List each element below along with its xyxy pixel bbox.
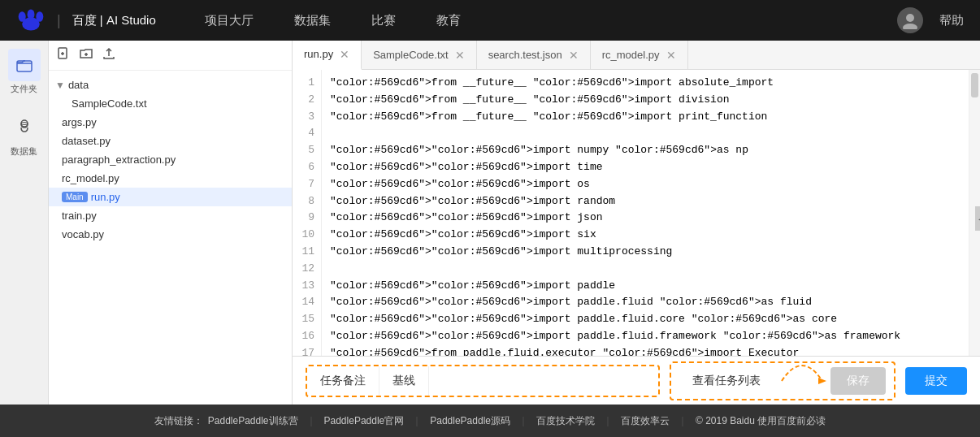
footer-link-baiduacademy[interactable]: 百度技术学院	[536, 414, 595, 428]
nav-logo: | 百度 | AI Studio	[16, 9, 156, 32]
nav-item-datasets[interactable]: 数据集	[294, 13, 331, 28]
file-paragraph-name: paragraph_extraction.py	[62, 154, 176, 166]
file-panel-toolbar	[49, 41, 292, 71]
svg-point-8	[21, 123, 28, 125]
editor-area: run.py ✕ SampleCode.txt ✕ search.test.js…	[293, 41, 980, 405]
tab-searchtestjson-close[interactable]: ✕	[569, 50, 579, 61]
tab-rcmodel[interactable]: rc_model.py ✕	[591, 41, 688, 70]
footer-copyright: © 2019 Baidu 使用百度前必读	[696, 414, 826, 428]
nav-help[interactable]: 帮助	[939, 13, 964, 28]
footer-link-paddleofficial[interactable]: PaddlePaddle官网	[324, 414, 405, 428]
nav-item-projects[interactable]: 项目大厅	[205, 13, 254, 28]
footer-link-baiducloud[interactable]: 百度效率云	[621, 414, 670, 428]
folder-data-name: data	[68, 79, 89, 91]
code-content[interactable]: "color:#569cd6">from __future__ "color:#…	[322, 70, 969, 356]
tab-runpy-label: run.py	[304, 48, 333, 60]
chevron-down-icon: ▼	[55, 80, 65, 91]
tabs-bar: run.py ✕ SampleCode.txt ✕ search.test.js…	[293, 41, 980, 70]
tab-rcmodel-close[interactable]: ✕	[666, 50, 676, 61]
footer: 友情链接： PaddlePaddle训练营 ｜ PaddlePaddle官网 ｜…	[0, 405, 980, 437]
tab-runpy[interactable]: run.py ✕	[293, 41, 362, 70]
nav-logo-text: 百度 | AI Studio	[72, 13, 156, 28]
line-numbers: 123456789101112131415161718192021222324	[293, 70, 322, 356]
svg-marker-14	[818, 378, 826, 384]
file-samplecode[interactable]: SampleCode.txt	[49, 94, 292, 113]
folder-data[interactable]: ▼ data	[49, 76, 292, 94]
nav-divider: |	[57, 12, 61, 29]
tab-samplecode-label: SampleCode.txt	[373, 49, 449, 61]
file-tree: ▼ data SampleCode.txt args.py dataset.py…	[49, 71, 292, 405]
svg-point-3	[22, 17, 40, 30]
file-argspy-name: args.py	[62, 116, 97, 128]
file-trainpy[interactable]: train.py	[49, 206, 292, 225]
datasets-icon[interactable]	[8, 111, 41, 144]
file-panel: ▼ data SampleCode.txt args.py dataset.py…	[49, 41, 293, 405]
code-editor[interactable]: 123456789101112131415161718192021222324 …	[293, 70, 980, 356]
sidebar-item-files[interactable]: 文件夹	[8, 49, 41, 95]
upload-icon[interactable]	[102, 47, 115, 63]
annotation-arrow	[782, 366, 822, 396]
baseline-label: 基线	[392, 374, 415, 388]
tab-samplecode-close[interactable]: ✕	[455, 50, 465, 61]
nav-item-competition[interactable]: 比赛	[371, 13, 396, 28]
tab-runpy-close[interactable]: ✕	[340, 49, 349, 60]
file-vocabpy-name: vocab.py	[62, 228, 104, 240]
right-actions-wrap: 查看任务列表 保存	[670, 361, 895, 400]
baseline-tab[interactable]: 基线	[379, 366, 429, 396]
file-paragraph[interactable]: paragraph_extraction.py	[49, 150, 292, 169]
tab-searchtestjson-label: search.test.json	[488, 49, 562, 61]
tab-samplecode[interactable]: SampleCode.txt ✕	[362, 41, 477, 70]
task-notes-label: 任务备注	[320, 374, 366, 388]
footer-link-paddlesource[interactable]: PaddlePaddle源码	[430, 414, 510, 428]
new-folder-icon[interactable]	[80, 47, 93, 63]
file-main-badge: Main	[62, 192, 88, 202]
tab-rcmodel-label: rc_model.py	[602, 49, 660, 61]
nav-items: 项目大厅 数据集 比赛 教育	[205, 13, 897, 28]
task-notes-tab[interactable]: 任务备注	[307, 366, 379, 396]
save-button[interactable]: 保存	[830, 367, 886, 395]
avatar[interactable]	[897, 7, 923, 33]
file-argspy[interactable]: args.py	[49, 113, 292, 132]
file-runpy[interactable]: Main run.py	[49, 188, 292, 206]
folder-icon[interactable]	[8, 49, 41, 81]
svg-point-5	[903, 24, 917, 29]
file-samplecode-name: SampleCode.txt	[72, 97, 147, 110]
svg-point-4	[906, 14, 914, 22]
tab-searchtestjson[interactable]: search.test.json ✕	[477, 41, 591, 70]
task-input-wrap: 任务备注 基线	[306, 365, 660, 397]
main-layout: 文件夹 数据集	[0, 41, 980, 405]
sidebar: 文件夹 数据集	[0, 41, 49, 405]
file-runpy-name: run.py	[91, 191, 120, 203]
file-vocabpy[interactable]: vocab.py	[49, 225, 292, 244]
collapse-panel-arrow[interactable]: ◀	[975, 206, 980, 231]
sidebar-datasets-label: 数据集	[11, 145, 37, 158]
submit-button[interactable]: 提交	[905, 367, 967, 395]
sidebar-files-label: 文件夹	[11, 83, 37, 95]
file-rcmodel[interactable]: rc_model.py	[49, 169, 292, 188]
file-trainpy-name: train.py	[62, 210, 97, 222]
new-file-icon[interactable]	[57, 47, 70, 63]
file-datasetpy[interactable]: dataset.py	[49, 132, 292, 150]
view-tasks-button[interactable]: 查看任务列表	[679, 367, 774, 395]
footer-link-paddlecamp[interactable]: PaddlePaddle训练营	[208, 414, 298, 428]
avatar-icon	[901, 11, 919, 29]
nav-right: 帮助	[897, 7, 964, 33]
sidebar-item-datasets[interactable]: 数据集	[8, 111, 41, 158]
bottom-action-bar: 任务备注 基线 查看任务列表 保存	[293, 356, 980, 405]
file-datasetpy-name: dataset.py	[62, 135, 111, 147]
top-nav: | 百度 | AI Studio 项目大厅 数据集 比赛 教育 帮助	[0, 0, 980, 41]
nav-item-education[interactable]: 教育	[436, 13, 461, 28]
file-rcmodel-name: rc_model.py	[62, 172, 119, 184]
task-input-field[interactable]	[429, 374, 658, 387]
footer-label: 友情链接：	[154, 414, 203, 428]
baidu-logo-icon	[16, 9, 46, 32]
